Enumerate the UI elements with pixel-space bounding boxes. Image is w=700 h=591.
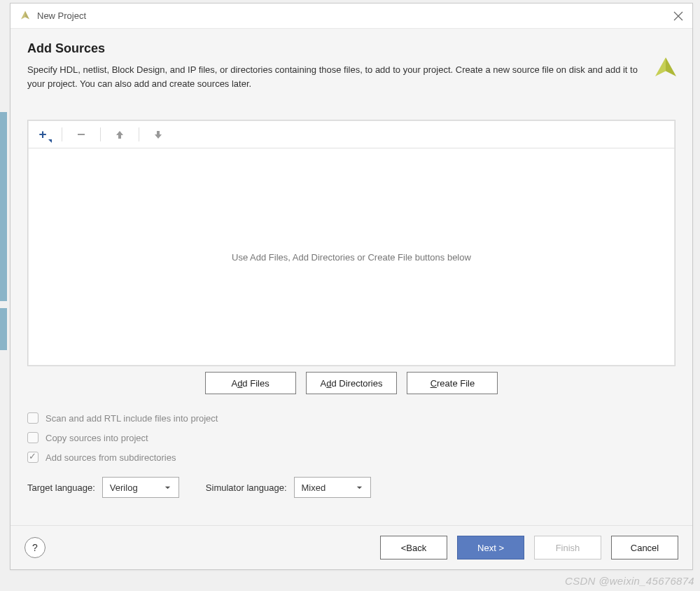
target-language-label: Target language: [27,482,95,493]
page-title: Add Sources [27,41,642,56]
cancel-button[interactable]: Cancel [611,536,678,559]
new-project-dialog: New Project Add Sources Specify HDL, net… [10,3,693,570]
move-down-icon[interactable] [150,127,166,142]
chevron-down-icon [356,484,363,492]
next-button[interactable]: Next > [457,536,524,559]
help-button[interactable]: ? [24,537,46,558]
add-directories-button[interactable]: Add Directories [306,372,398,394]
finish-button[interactable]: Finish [534,536,601,559]
svg-rect-0 [78,134,85,135]
simulator-language-value: Mixed [302,482,326,493]
move-up-icon[interactable] [112,127,127,142]
watermark: CSDN @weixin_45676874 [565,575,694,587]
remove-icon[interactable] [74,127,89,142]
dialog-content: Add Sources Specify HDL, netlist, Block … [10,29,692,525]
titlebar: New Project [10,4,692,29]
target-language-value: Verilog [110,482,138,493]
copy-sources-input[interactable] [27,432,38,443]
create-file-button[interactable]: Create File [407,372,498,394]
simulator-language-select[interactable]: Mixed [294,477,371,498]
back-button[interactable]: < Back [380,536,447,559]
separator [62,127,62,141]
target-language-select[interactable]: Verilog [102,477,179,498]
window-title: New Project [37,11,86,21]
vivado-logo-icon [653,55,678,81]
sources-toolbar: + [28,120,675,148]
scan-rtl-input[interactable] [27,412,38,424]
close-icon[interactable] [673,11,684,22]
chevron-down-icon [164,484,172,492]
add-files-button[interactable]: Add Files [205,372,296,394]
subdirectories-input[interactable] [27,452,38,463]
dialog-footer: ? < Back Next > Finish Cancel [10,525,692,569]
subdirectories-checkbox[interactable]: Add sources from subdirectories [27,452,676,463]
simulator-language-label: Simulator language: [206,482,287,493]
scan-rtl-checkbox[interactable]: Scan and add RTL include files into proj… [27,412,676,424]
sources-panel: + Use Add Files, Add Directories or Crea… [27,120,676,366]
page-description: Specify HDL, netlist, Block Design, and … [27,63,642,90]
separator [100,127,101,141]
add-icon[interactable]: + [35,127,50,142]
copy-sources-checkbox[interactable]: Copy sources into project [27,432,676,443]
sources-empty-message: Use Add Files, Add Directories or Create… [28,148,675,366]
app-logo-icon [19,10,31,22]
separator [139,127,139,141]
